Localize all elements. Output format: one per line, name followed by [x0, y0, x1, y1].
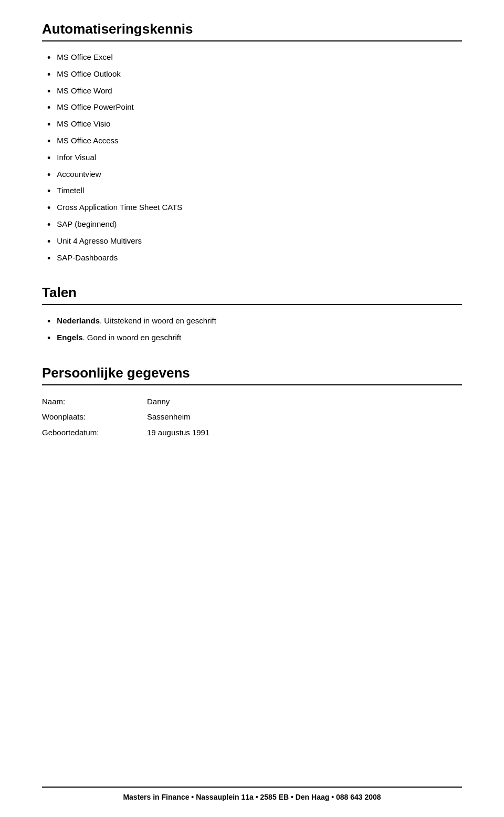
list-item: MS Office Visio: [47, 118, 462, 132]
personal-label: Woonplaats:: [42, 410, 147, 424]
talen-title: Talen: [42, 285, 462, 305]
personal-value: Danny: [147, 395, 170, 409]
list-item: MS Office Excel: [47, 51, 462, 66]
personal-label: Naam:: [42, 395, 147, 409]
personal-value: Sassenheim: [147, 410, 191, 424]
list-item: Unit 4 Agresso Multivers: [47, 235, 462, 249]
list-item: MS Office Word: [47, 85, 462, 99]
talen-list: Nederlands. Uitstekend in woord en gesch…: [42, 315, 462, 346]
automatisering-title: Automatiseringskennis: [42, 21, 462, 41]
list-item: Infor Visual: [47, 151, 462, 166]
personal-label: Geboortedatum:: [42, 426, 147, 439]
persoonlijk-title: Persoonlijke gegevens: [42, 365, 462, 385]
personal-value: 19 augustus 1991: [147, 426, 209, 439]
list-item: MS Office Access: [47, 134, 462, 149]
list-item: Cross Application Time Sheet CATS: [47, 201, 462, 216]
talen-section: Talen Nederlands. Uitstekend in woord en…: [42, 285, 462, 346]
list-item: MS Office Outlook: [47, 68, 462, 82]
automatisering-section: Automatiseringskennis MS Office ExcelMS …: [42, 21, 462, 266]
list-item: MS Office PowerPoint: [47, 101, 462, 116]
automatisering-list: MS Office ExcelMS Office OutlookMS Offic…: [42, 51, 462, 266]
footer-text: Masters in Finance • Nassauplein 11a • 2…: [123, 793, 381, 801]
list-item: Nederlands. Uitstekend in woord en gesch…: [47, 315, 462, 329]
list-item: SAP-Dashboards: [47, 252, 462, 266]
personal-row: Woonplaats:Sassenheim: [42, 410, 462, 424]
list-item: Engels. Goed in woord en geschrift: [47, 331, 462, 346]
personal-row: Naam:Danny: [42, 395, 462, 409]
personal-table: Naam:DannyWoonplaats:SassenheimGeboorted…: [42, 395, 462, 439]
list-item: Timetell: [47, 184, 462, 199]
page: Automatiseringskennis MS Office ExcelMS …: [0, 0, 504, 817]
personal-row: Geboortedatum:19 augustus 1991: [42, 426, 462, 439]
list-item: SAP (beginnend): [47, 218, 462, 233]
persoonlijk-section: Persoonlijke gegevens Naam:DannyWoonplaa…: [42, 365, 462, 439]
footer: Masters in Finance • Nassauplein 11a • 2…: [42, 787, 462, 801]
list-item: Accountview: [47, 168, 462, 183]
